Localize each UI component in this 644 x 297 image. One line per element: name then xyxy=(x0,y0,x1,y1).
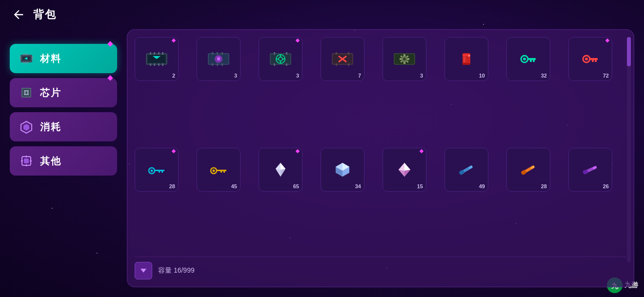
capacity-label: 容量 16/999 xyxy=(158,266,195,275)
corner-dot xyxy=(172,149,176,153)
item-slot-8[interactable]: 28 xyxy=(135,148,179,192)
svg-rect-46 xyxy=(221,52,223,55)
svg-rect-66 xyxy=(336,52,337,55)
item-slot-14[interactable]: 28 xyxy=(506,148,550,192)
sidebar-label-materials: 材料 xyxy=(40,52,61,65)
main-content: 材料 芯片 xyxy=(0,29,644,297)
svg-rect-80 xyxy=(401,61,402,62)
item-slot-2[interactable]: 3 xyxy=(259,37,302,81)
chips-icon xyxy=(19,85,34,100)
svg-rect-23 xyxy=(24,158,29,163)
item-icon-0 xyxy=(144,50,169,68)
svg-rect-77 xyxy=(407,58,409,60)
item-icon-5 xyxy=(454,50,479,68)
svg-marker-109 xyxy=(276,169,281,177)
svg-rect-44 xyxy=(212,52,213,55)
sidebar-item-consumables[interactable]: 消耗 xyxy=(10,112,117,141)
svg-rect-15 xyxy=(22,89,30,97)
item-slot-15[interactable]: 26 xyxy=(568,148,612,192)
svg-rect-67 xyxy=(348,52,349,55)
item-icon-7 xyxy=(578,50,603,68)
sidebar-label-other: 其他 xyxy=(40,155,61,168)
sidebar-item-other[interactable]: 其他 xyxy=(10,146,117,176)
svg-point-43 xyxy=(217,58,220,60)
svg-rect-36 xyxy=(150,63,151,66)
corner-dot xyxy=(296,39,300,42)
svg-rect-90 xyxy=(533,60,535,62)
svg-rect-37 xyxy=(154,63,155,66)
scrollbar[interactable] xyxy=(627,37,631,262)
item-icon-15 xyxy=(578,160,603,179)
corner-dot xyxy=(420,149,423,153)
svg-marker-21 xyxy=(23,124,29,131)
svg-marker-108 xyxy=(281,163,285,170)
svg-point-88 xyxy=(523,58,526,60)
svg-rect-69 xyxy=(348,63,349,66)
item-slot-12[interactable]: 15 xyxy=(382,148,426,192)
svg-rect-94 xyxy=(590,58,598,60)
corner-dot xyxy=(172,39,176,42)
item-count-4: 3 xyxy=(420,73,423,79)
item-count-9: 45 xyxy=(231,183,237,189)
consumables-icon xyxy=(19,119,34,135)
svg-marker-110 xyxy=(276,163,281,170)
svg-rect-75 xyxy=(403,62,405,64)
svg-rect-38 xyxy=(158,63,160,66)
item-slot-10[interactable]: 65 xyxy=(259,148,302,192)
item-count-5: 10 xyxy=(479,73,485,79)
svg-rect-95 xyxy=(595,60,597,62)
svg-point-98 xyxy=(151,169,153,172)
svg-rect-79 xyxy=(407,56,408,57)
scrollbar-thumb[interactable] xyxy=(627,37,631,66)
item-icon-14 xyxy=(516,160,541,179)
svg-rect-39 xyxy=(162,63,163,66)
sidebar-item-chips[interactable]: 芯片 xyxy=(10,78,117,107)
item-slot-13[interactable]: 49 xyxy=(444,148,488,192)
svg-rect-91 xyxy=(530,60,532,62)
item-count-15: 26 xyxy=(603,183,609,189)
sidebar-label-consumables: 消耗 xyxy=(40,120,61,134)
back-button[interactable] xyxy=(10,6,27,23)
svg-rect-45 xyxy=(217,52,218,55)
item-count-2: 3 xyxy=(296,73,299,79)
item-icon-10 xyxy=(268,160,293,179)
svg-rect-34 xyxy=(158,52,160,55)
item-slot-1[interactable]: 3 xyxy=(197,37,241,81)
svg-rect-49 xyxy=(221,63,223,66)
svg-rect-96 xyxy=(592,60,594,62)
item-slot-0[interactable]: 2 xyxy=(135,37,179,81)
inventory-footer: 容量 16/999 xyxy=(135,257,626,279)
svg-rect-81 xyxy=(407,61,408,62)
item-slot-5[interactable]: 10 xyxy=(444,37,488,81)
svg-rect-32 xyxy=(150,52,151,55)
svg-rect-78 xyxy=(401,56,402,57)
svg-rect-19 xyxy=(24,94,29,95)
item-count-11: 34 xyxy=(355,183,361,189)
svg-rect-106 xyxy=(221,171,222,173)
svg-rect-33 xyxy=(154,52,155,55)
svg-rect-11 xyxy=(32,57,33,58)
svg-rect-60 xyxy=(274,63,275,66)
item-count-10: 65 xyxy=(293,183,299,189)
item-icon-9 xyxy=(206,160,231,179)
sidebar: 材料 芯片 xyxy=(10,29,117,287)
svg-point-103 xyxy=(213,169,215,172)
sort-button[interactable] xyxy=(135,262,152,279)
item-icon-3 xyxy=(330,50,355,68)
svg-rect-4 xyxy=(25,54,26,55)
item-slot-3[interactable]: 7 xyxy=(321,37,364,81)
item-slot-6[interactable]: 32 xyxy=(506,37,550,81)
svg-rect-61 xyxy=(286,63,287,66)
svg-rect-9 xyxy=(20,57,21,58)
sidebar-item-materials[interactable]: 材料 xyxy=(10,44,117,73)
item-slot-9[interactable]: 45 xyxy=(197,148,241,192)
svg-rect-7 xyxy=(25,62,26,63)
svg-rect-10 xyxy=(20,59,21,59)
item-count-13: 49 xyxy=(479,183,485,189)
header: 背包 xyxy=(0,0,644,29)
item-slot-7[interactable]: 72 xyxy=(568,37,612,81)
item-slot-4[interactable]: 3 xyxy=(382,37,426,81)
svg-rect-76 xyxy=(400,58,402,60)
item-slot-11[interactable]: 34 xyxy=(321,148,364,192)
svg-rect-104 xyxy=(217,170,226,171)
